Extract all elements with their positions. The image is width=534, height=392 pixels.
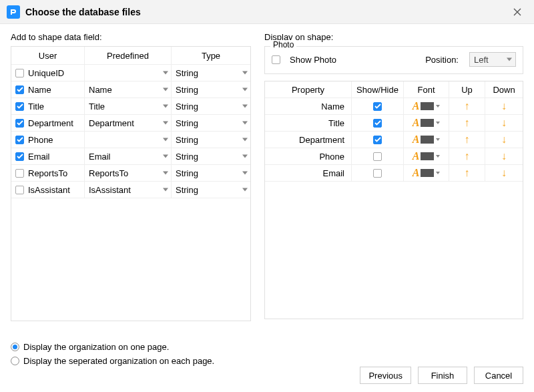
chevron-down-icon [163,188,168,192]
field-checkbox[interactable] [15,136,24,144]
arrow-down-icon[interactable]: ↓ [501,101,507,112]
predefined-value: ReportsTo [89,168,128,178]
predefined-select[interactable]: IsAssistant [85,182,172,198]
font-cell: A [404,115,449,131]
show-checkbox[interactable] [373,119,382,128]
chevron-down-icon [242,88,248,91]
field-checkbox[interactable] [15,186,24,194]
arrow-up-icon[interactable]: ↑ [465,151,470,162]
user-cell: Email [11,148,85,164]
type-value: String [176,102,198,112]
showhide-cell [352,132,404,148]
arrow-down-icon[interactable]: ↓ [501,118,507,128]
table-row: Department Department String [11,115,250,132]
arrow-down-icon[interactable]: ↓ [501,134,507,145]
position-select[interactable]: Left [469,52,516,67]
option-one-page-label: Display the organization on one page. [23,342,169,352]
user-field-label: Department [28,118,73,128]
predefined-select[interactable]: ReportsTo [85,165,172,181]
arrow-up-icon[interactable]: ↑ [465,118,470,128]
predefined-select[interactable]: Title [85,98,172,114]
page-options: Display the organization on one page. Di… [11,342,214,366]
move-down-cell: ↓ [485,148,523,164]
type-select[interactable]: String [172,65,250,81]
show-photo-checkbox[interactable] [272,55,280,64]
table-row: IsAssistant IsAssistant String [11,182,250,198]
col-showhide-header: Show/Hide [352,81,404,97]
font-picker[interactable]: A [413,117,441,129]
chevron-down-icon [242,71,248,75]
predefined-value: Email [89,152,111,162]
field-checkbox[interactable] [15,69,24,77]
cancel-button[interactable]: Cancel [474,367,523,384]
field-checkbox[interactable] [15,169,24,178]
arrow-down-icon[interactable]: ↓ [501,151,507,162]
option-one-page[interactable]: Display the organization on one page. [11,342,214,352]
chevron-down-icon [163,71,168,75]
chevron-down-icon [242,155,248,158]
finish-button[interactable]: Finish [418,367,467,384]
type-value: String [176,85,198,95]
user-field-label: ReportsTo [28,168,67,178]
type-select[interactable]: String [172,81,250,97]
field-checkbox[interactable] [15,102,24,111]
chevron-down-icon [163,105,168,108]
color-swatch [421,169,434,177]
option-each-page-label: Display the seperated organization on ea… [23,356,214,366]
font-a-icon: A [413,134,420,146]
user-field-label: Title [28,102,44,112]
arrow-down-icon[interactable]: ↓ [501,168,507,178]
arrow-up-icon[interactable]: ↑ [465,134,470,145]
col-type-header: Type [172,47,250,64]
font-picker[interactable]: A [413,134,441,146]
predefined-value: Name [89,85,112,95]
chevron-down-icon [242,105,248,108]
type-select[interactable]: String [172,115,250,131]
color-swatch [421,152,434,160]
photo-legend: Photo [270,40,296,49]
show-checkbox[interactable] [373,169,382,178]
predefined-select[interactable]: Department [85,115,172,131]
show-checkbox[interactable] [373,152,382,161]
type-select[interactable]: String [172,98,250,114]
user-cell: Name [11,81,85,97]
property-cell: Phone [265,148,352,164]
showhide-cell [352,115,404,131]
table-row: ReportsTo ReportsTo String [11,165,250,182]
move-down-cell: ↓ [485,165,523,181]
predefined-select[interactable] [85,132,172,148]
user-fields-table: User Predefined Type UniqueID String [11,46,251,321]
close-icon[interactable] [507,2,527,22]
field-checkbox[interactable] [15,119,24,128]
show-checkbox[interactable] [373,136,382,144]
chevron-down-icon [507,58,512,61]
left-section-label: Add to shape data field: [11,32,251,42]
previous-button[interactable]: Previous [360,367,411,384]
font-picker[interactable]: A [413,167,441,179]
user-field-label: IsAssistant [28,185,70,195]
option-each-page[interactable]: Display the seperated organization on ea… [11,356,214,366]
field-checkbox[interactable] [15,152,24,161]
move-up-cell: ↑ [449,165,485,181]
move-up-cell: ↑ [449,98,485,114]
chevron-down-icon [163,138,168,142]
field-checkbox[interactable] [15,85,24,94]
type-select[interactable]: String [172,165,250,181]
chevron-down-icon [436,122,440,124]
predefined-select[interactable]: Email [85,148,172,164]
type-select[interactable]: String [172,148,250,164]
user-field-label: Email [28,152,50,162]
arrow-up-icon[interactable]: ↑ [465,101,470,112]
show-checkbox[interactable] [373,102,382,111]
type-select[interactable]: String [172,182,250,198]
type-select[interactable]: String [172,132,250,148]
table-row: Department A ↑ ↓ [265,132,523,148]
user-cell: IsAssistant [11,182,85,198]
predefined-select[interactable] [85,65,172,81]
arrow-up-icon[interactable]: ↑ [465,168,470,178]
font-picker[interactable]: A [413,100,441,112]
predefined-select[interactable]: Name [85,81,172,97]
font-picker[interactable]: A [413,150,441,162]
col-user-header: User [11,47,85,64]
user-cell: Department [11,115,85,131]
